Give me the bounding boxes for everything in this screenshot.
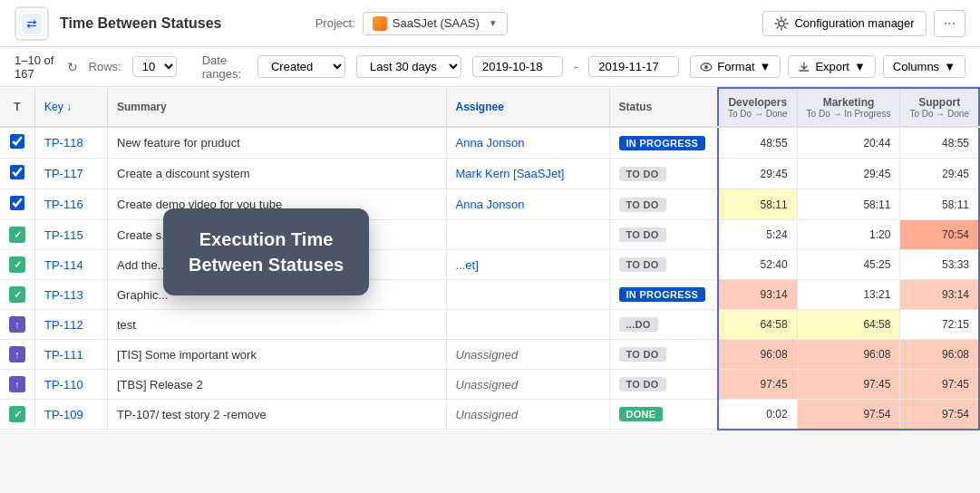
status-badge: DONE: [619, 407, 664, 421]
cell-summary: Create a discount system: [108, 159, 447, 189]
download-icon: [798, 61, 810, 73]
support-subtitle: To Do → Done: [909, 109, 969, 119]
table-row: TP-118New feature for pruductAnna Jonson…: [0, 127, 979, 159]
cell-key[interactable]: TP-115: [35, 220, 108, 250]
cell-key[interactable]: TP-117: [35, 159, 108, 189]
cell-assignee: [446, 220, 609, 250]
cell-status: DONE: [609, 400, 718, 430]
marketing-title: Marketing: [807, 96, 891, 109]
cell-key[interactable]: TP-109: [35, 400, 108, 430]
refresh-icon[interactable]: ↻: [67, 60, 78, 74]
col-header-status: Status: [609, 88, 718, 127]
rows-select[interactable]: 10 25 50: [132, 56, 177, 77]
developers-title: Developers: [728, 96, 788, 109]
cell-key[interactable]: TP-113: [35, 280, 108, 310]
cell-key[interactable]: TP-118: [35, 127, 108, 159]
format-button[interactable]: Format ▼: [690, 55, 781, 78]
cell-type: ✓: [0, 220, 35, 250]
cell-time-1: 13:21: [797, 280, 900, 310]
status-badge: TO DO: [619, 167, 666, 181]
columns-chevron-icon: ▼: [944, 60, 956, 73]
cell-time-2: 96:08: [900, 340, 979, 370]
tooltip-text: Execution TimeBetween Statuses: [189, 229, 344, 275]
date-range-select[interactable]: Created Updated Resolved: [257, 55, 345, 78]
cell-time-1: 97:54: [797, 400, 900, 430]
cell-time-2: 97:54: [900, 400, 979, 430]
cell-time-0: 5:24: [718, 220, 797, 250]
date-to-input[interactable]: [588, 56, 679, 77]
svg-point-5: [704, 65, 708, 69]
cell-type: ↑: [0, 340, 35, 370]
more-icon: ···: [944, 15, 956, 31]
config-manager-button[interactable]: Configuration manager: [762, 11, 926, 36]
project-name: SaaSJet (SAAS): [393, 16, 480, 30]
cell-time-1: 29:45: [797, 159, 900, 189]
main-table-container: T Key ↓ Summary Assignee Status Develope…: [0, 87, 980, 430]
type-icon: ↑: [9, 316, 25, 333]
cell-type: ↑: [0, 370, 35, 400]
date-from-input[interactable]: [472, 56, 563, 77]
cell-time-0: 58:11: [718, 189, 797, 220]
export-button[interactable]: Export ▼: [788, 55, 875, 78]
row-checkbox[interactable]: [10, 196, 24, 210]
cell-key[interactable]: TP-112: [35, 310, 108, 340]
col-header-summary: Summary: [108, 88, 447, 127]
more-options-button[interactable]: ···: [934, 10, 965, 37]
app-logo: ⇄: [15, 6, 49, 41]
cell-type: ↑: [0, 310, 35, 340]
cell-time-0: 97:45: [718, 370, 797, 400]
cell-key[interactable]: TP-116: [35, 189, 108, 220]
config-icon: [774, 16, 789, 31]
issues-table: T Key ↓ Summary Assignee Status Develope…: [0, 87, 980, 430]
cell-time-2: 93:14: [900, 280, 979, 310]
cell-time-2: 53:33: [900, 250, 979, 280]
cell-summary: test: [108, 310, 447, 340]
status-badge: IN PROGRESS: [619, 287, 706, 302]
format-chevron-icon: ▼: [760, 60, 771, 73]
date-ranges-label: Date ranges:: [202, 53, 247, 81]
cell-status: TO DO: [609, 250, 718, 280]
cell-key[interactable]: TP-110: [35, 370, 108, 400]
cell-status: TO DO: [609, 370, 718, 400]
eye-icon: [700, 61, 713, 73]
project-selector[interactable]: SaaSJet (SAAS) ▼: [363, 12, 508, 35]
table-row: ✓TP-113Graphic...IN PROGRESS93:1413:2193…: [0, 280, 979, 310]
status-badge: TO DO: [619, 347, 666, 362]
cell-time-1: 20:44: [797, 127, 900, 159]
cell-key[interactable]: TP-111: [35, 340, 108, 370]
cell-status: TO DO: [609, 159, 718, 189]
cell-assignee: Unassigned: [446, 340, 609, 370]
toolbar-right: Format ▼ Export ▼ Columns ▼: [690, 55, 965, 78]
cell-type: [0, 189, 35, 220]
cell-time-0: 29:45: [718, 159, 797, 189]
cell-time-1: 97:45: [797, 370, 900, 400]
pagination-info: 1–10 of 167: [15, 53, 56, 81]
col-header-assignee: Assignee: [446, 88, 609, 127]
svg-text:⇄: ⇄: [26, 16, 37, 31]
col-header-support: Support To Do → Done: [900, 88, 979, 127]
type-icon: ✓: [9, 227, 25, 243]
cell-time-2: 72:15: [900, 310, 979, 340]
columns-button[interactable]: Columns ▼: [883, 55, 965, 78]
tooltip-overlay: Execution TimeBetween Statuses: [163, 208, 369, 295]
col-header-developers: Developers To Do → Done: [718, 88, 797, 127]
cell-time-0: 96:08: [718, 340, 797, 370]
type-icon: ✓: [9, 256, 25, 273]
cell-key[interactable]: TP-114: [35, 250, 108, 280]
cell-type: [0, 159, 35, 189]
row-checkbox[interactable]: [10, 165, 24, 179]
developers-subtitle: To Do → Done: [728, 109, 788, 119]
cell-time-1: 45:25: [797, 250, 900, 280]
status-badge: IN PROGRESS: [619, 136, 706, 150]
format-label: Format: [717, 60, 754, 73]
period-select[interactable]: Last 30 days Last 7 days Last 90 days Cu…: [356, 55, 461, 78]
col-header-key[interactable]: Key ↓: [35, 88, 108, 127]
cell-assignee: Unassigned: [446, 370, 609, 400]
cell-status: TO DO: [609, 189, 718, 220]
marketing-subtitle: To Do → In Progress: [807, 109, 891, 119]
project-icon: [373, 16, 387, 31]
row-checkbox[interactable]: [10, 134, 24, 149]
cell-summary: [TBS] Release 2: [108, 370, 447, 400]
type-icon: ↑: [9, 346, 25, 362]
cell-time-1: 64:58: [797, 310, 900, 340]
